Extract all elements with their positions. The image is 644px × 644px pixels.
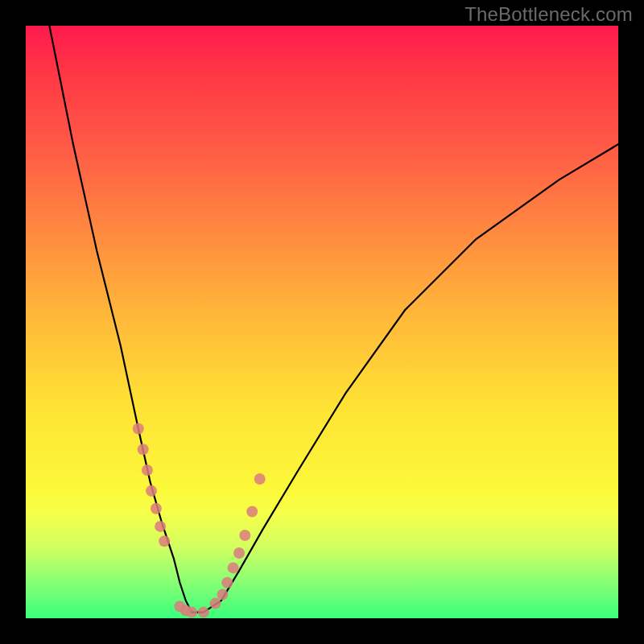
highlight-dot <box>217 589 228 601</box>
highlight-dot <box>233 547 245 559</box>
highlight-dot <box>228 562 239 573</box>
highlight-dot <box>133 423 144 435</box>
highlight-dot <box>142 464 153 476</box>
plot-area <box>26 26 618 618</box>
highlight-dot <box>198 607 209 618</box>
highlight-dots <box>133 423 266 618</box>
watermark-text: TheBottleneck.com <box>464 3 633 26</box>
highlight-dot <box>186 607 197 618</box>
highlight-dot <box>138 444 149 455</box>
highlight-dot <box>159 535 170 547</box>
highlight-dot <box>221 577 233 588</box>
highlight-dot <box>151 503 162 514</box>
highlight-dot <box>210 598 221 609</box>
highlight-dot <box>246 506 258 518</box>
highlight-dot <box>254 473 266 485</box>
highlight-dot <box>239 530 250 541</box>
highlight-dot <box>146 485 157 497</box>
bottleneck-curve <box>49 26 618 613</box>
highlight-dot <box>155 521 166 532</box>
curve-svg <box>26 26 618 618</box>
chart-frame: TheBottleneck.com <box>0 0 644 644</box>
